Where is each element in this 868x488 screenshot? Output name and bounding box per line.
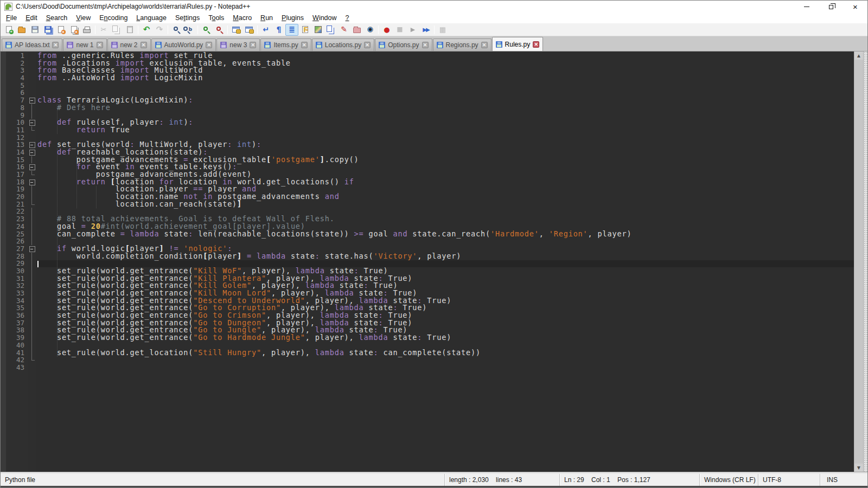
show-all-characters-icon[interactable]: ¶: [272, 24, 285, 36]
code-line[interactable]: 8 # Defs here: [1, 104, 854, 112]
document-list-icon[interactable]: [324, 24, 337, 36]
menu-item-macro[interactable]: Macro: [228, 13, 256, 23]
menu-item-view[interactable]: View: [72, 13, 95, 23]
fold-collapse-icon[interactable]: [29, 163, 35, 171]
code-line[interactable]: 11 return True: [1, 126, 854, 134]
tab-ap-ideas-txt[interactable]: AP Ideas.txt✕: [2, 38, 62, 51]
macro-play-icon[interactable]: ▶: [406, 24, 419, 36]
menu-item-plugins[interactable]: Plugins: [277, 13, 308, 23]
restore-button[interactable]: [819, 1, 843, 12]
user-defined-language-icon[interactable]: Ϝ: [298, 24, 311, 36]
tab-items-py[interactable]: Items.py✕: [260, 38, 311, 51]
menu-item-edit[interactable]: Edit: [21, 13, 42, 23]
tab-close-icon[interactable]: ✕: [250, 42, 256, 48]
copy-icon[interactable]: [110, 24, 123, 36]
save-all-icon[interactable]: [41, 24, 54, 36]
tab-close-icon[interactable]: ✕: [141, 42, 147, 48]
code-line[interactable]: 28 world.completion_condition[player] = …: [1, 253, 854, 260]
tab-close-icon[interactable]: ✕: [533, 41, 539, 48]
tab-close-icon[interactable]: ✕: [301, 42, 308, 48]
fold-collapse-icon[interactable]: [29, 149, 35, 156]
minimize-button[interactable]: [794, 1, 819, 12]
tab-new-2[interactable]: new 2✕: [107, 38, 151, 51]
tab-locations-py[interactable]: Locations.py✕: [312, 38, 374, 51]
macro-run-multiple-icon[interactable]: ▶▶: [419, 24, 432, 36]
sync-vertical-scroll-icon[interactable]: [229, 24, 242, 36]
tab-new-1[interactable]: new 1✕: [63, 38, 106, 51]
fold-collapse-icon[interactable]: [29, 245, 35, 253]
code-area[interactable]: 1from ..generic.Rules import set_rule2fr…: [1, 52, 854, 472]
tab-close-icon[interactable]: ✕: [206, 42, 212, 48]
menu-item-file[interactable]: File: [2, 13, 21, 23]
line-number: 5: [1, 82, 24, 89]
menu-item-language[interactable]: Language: [132, 13, 171, 23]
menu-item-window[interactable]: Window: [308, 13, 341, 23]
indent-guide-icon[interactable]: ≣: [285, 24, 298, 36]
fold-collapse-icon[interactable]: [29, 119, 35, 126]
tab-close-icon[interactable]: ✕: [97, 42, 103, 48]
paste-icon[interactable]: [123, 24, 136, 36]
code-line[interactable]: 42: [1, 356, 854, 364]
fold-collapse-icon[interactable]: [29, 97, 35, 104]
tab-close-icon[interactable]: ✕: [52, 42, 59, 48]
close-button[interactable]: ×: [843, 1, 867, 12]
menu-item-run[interactable]: Run: [256, 13, 277, 23]
word-wrap-icon[interactable]: ↵: [259, 24, 272, 36]
undo-icon[interactable]: ↶: [140, 24, 153, 36]
scroll-down-arrow-icon[interactable]: ▼: [854, 464, 863, 472]
zoom-out-icon[interactable]: [213, 24, 226, 36]
scrollbar-thumb[interactable]: [854, 60, 863, 464]
code-line[interactable]: 21 location.can_reach(state)]: [1, 201, 854, 208]
scroll-up-arrow-icon[interactable]: ▲: [854, 52, 863, 60]
code-line[interactable]: 41 set_rule(world.get_location("Still Hu…: [1, 349, 854, 357]
code-line[interactable]: 39 set_rule(world.get_entrance("Go to Ha…: [1, 334, 854, 342]
fold-line: [29, 275, 35, 282]
monitoring-icon[interactable]: [363, 24, 376, 36]
editor: 1from ..generic.Rules import set_rule2fr…: [1, 52, 867, 472]
tab-new-3[interactable]: new 3✕: [216, 38, 260, 51]
print-icon[interactable]: [80, 24, 93, 36]
menu-item-[interactable]: ?: [341, 13, 354, 23]
menu-item-encoding[interactable]: Encoding: [95, 13, 132, 23]
tab-rules-py[interactable]: Rules.py✕: [492, 37, 544, 51]
close-all-icon[interactable]: x: [67, 24, 80, 36]
code-token: 'postgame': [271, 155, 320, 164]
menu-item-tools[interactable]: Tools: [204, 13, 228, 23]
menu-item-settings[interactable]: Settings: [171, 13, 204, 23]
tab-autoworld-py[interactable]: AutoWorld.py✕: [151, 38, 216, 51]
fold-collapse-icon[interactable]: [29, 178, 35, 186]
tab-close-icon[interactable]: ✕: [364, 42, 371, 48]
tab-regions-py[interactable]: Regions.py✕: [433, 38, 492, 51]
macro-stop-icon[interactable]: ■: [393, 24, 406, 36]
replace-icon[interactable]: b: [183, 24, 196, 36]
status-insert-mode: INS: [820, 474, 867, 486]
code-line[interactable]: 7class TerrariaLogic(LogicMixin):: [1, 97, 854, 104]
code-editor[interactable]: 1from ..generic.Rules import set_rule2fr…: [1, 52, 854, 472]
function-list-icon[interactable]: ✎: [337, 24, 350, 36]
window-resize-edge[interactable]: [863, 52, 867, 472]
fold-collapse-icon[interactable]: [29, 141, 35, 149]
find-icon[interactable]: [170, 24, 183, 36]
code-line[interactable]: 4from ..AutoWorld import LogicMixin: [1, 74, 854, 82]
macro-record-icon[interactable]: ●: [380, 24, 393, 36]
save-icon[interactable]: [28, 24, 41, 36]
menu-item-search[interactable]: Search: [42, 13, 72, 23]
code-line[interactable]: 5: [1, 82, 854, 89]
redo-icon[interactable]: ↷: [153, 24, 166, 36]
cut-icon[interactable]: ✂: [97, 24, 110, 36]
open-file-icon[interactable]: [15, 24, 28, 36]
tab-close-icon[interactable]: ✕: [481, 42, 488, 48]
new-file-icon[interactable]: +: [2, 24, 15, 36]
tab-close-icon[interactable]: ✕: [422, 42, 429, 48]
macro-save-icon[interactable]: ▦: [436, 24, 449, 36]
code-line[interactable]: 25 can_complete = lambda state: len(reac…: [1, 230, 854, 238]
zoom-in-icon[interactable]: [200, 24, 213, 36]
folder-as-workspace-icon[interactable]: [350, 24, 363, 36]
close-icon[interactable]: x: [54, 24, 67, 36]
vertical-scrollbar[interactable]: ▲ ▼: [854, 52, 863, 472]
fold-line: [29, 267, 35, 275]
sync-horizontal-scroll-icon[interactable]: [242, 24, 256, 36]
code-line[interactable]: 43: [1, 364, 854, 371]
document-map-icon[interactable]: [311, 24, 324, 36]
tab-options-py[interactable]: Options.py✕: [375, 38, 432, 51]
